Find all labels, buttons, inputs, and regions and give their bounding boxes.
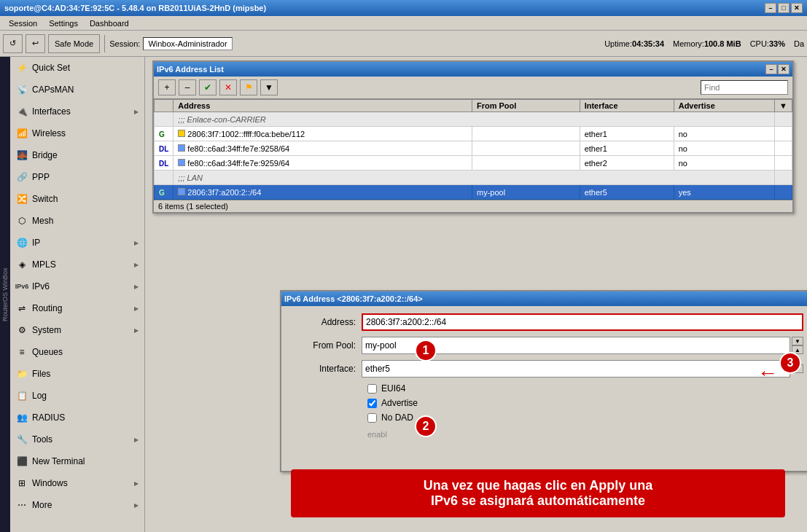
queues-icon: ≡ <box>16 346 28 358</box>
refresh-button[interactable]: ↺ <box>3 34 23 53</box>
address-input[interactable] <box>362 313 803 331</box>
flag-button[interactable]: ⚑ <box>240 79 257 95</box>
sidebar-item-mpls[interactable]: ◈ MPLS ▶ <box>10 254 144 275</box>
sidebar-item-system[interactable]: ⚙ System ▶ <box>10 319 144 341</box>
sidebar-item-label: Windows <box>32 478 68 488</box>
sidebar-item-label: Files <box>32 369 50 379</box>
menu-dashboard[interactable]: Dashboard <box>84 17 135 29</box>
sidebar-item-ppp[interactable]: 🔗 PPP <box>10 166 144 188</box>
title-bar: soporte@C4:AD:34:7E:92:5C - 5.48.4 on RB… <box>0 0 807 16</box>
sidebar-item-ip[interactable]: 🌐 IP ▶ <box>10 232 144 254</box>
sidebar-item-label: Routing <box>32 303 62 313</box>
menu-settings[interactable]: Settings <box>43 17 84 29</box>
terminal-icon: ⬛ <box>16 455 28 467</box>
sidebar-item-bridge[interactable]: 🌉 Bridge <box>10 144 144 166</box>
table-row[interactable]: G 2806:3f7:1002::ffff:f0ca:bebe/112 ethe… <box>155 127 792 141</box>
flag-dl: DL <box>159 160 168 168</box>
wireless-icon: 📶 <box>16 128 28 139</box>
eui64-checkbox[interactable] <box>367 384 377 394</box>
sidebar-item-mesh[interactable]: ⬡ Mesh <box>10 210 144 232</box>
sidebar-item-log[interactable]: 📋 Log <box>10 385 144 407</box>
maximize-button[interactable]: □ <box>778 3 790 13</box>
col-advertise[interactable]: Advertise <box>674 100 774 112</box>
from-pool-label: From Pool: <box>289 340 362 351</box>
sidebar-item-tools[interactable]: 🔧 Tools ▶ <box>10 429 144 450</box>
toolbar: ↺ ↩ Safe Mode Session: Winbox-Administra… <box>0 31 807 57</box>
menu-session[interactable]: Session <box>3 17 43 29</box>
col-interface[interactable]: Interface <box>580 100 674 112</box>
session-label: Session: <box>109 39 140 48</box>
table-row[interactable]: DL fe80::c6ad:34ff:fe7e:9259/64 ether2 n… <box>155 156 792 171</box>
apply-arrow: ← <box>757 361 778 385</box>
find-input[interactable] <box>701 80 788 95</box>
sidebar-item-windows[interactable]: ⊞ Windows ▶ <box>10 472 144 494</box>
col-address[interactable]: Address <box>174 100 472 112</box>
sidebar-item-radius[interactable]: 👥 RADIUS <box>10 407 144 429</box>
sidebar-item-queues[interactable]: ≡ Queues <box>10 341 144 363</box>
add-button[interactable]: + <box>158 79 176 95</box>
chevron-right-icon: ▶ <box>134 109 139 115</box>
enable-button[interactable]: ✔ <box>199 79 217 95</box>
chevron-right-icon: ▶ <box>134 437 139 443</box>
sidebar-item-label: Interfaces <box>32 106 71 117</box>
interface-wrapper: ▼ <box>362 360 803 378</box>
remove-button[interactable]: – <box>179 79 196 95</box>
table-row-selected[interactable]: G 2806:3f7:a200:2::/64 my-pool ether5 ye… <box>155 185 792 200</box>
dialog-form: Address: From Pool: ▼ ▲ <box>289 313 807 463</box>
sidebar-item-label: Quick Set <box>32 63 70 73</box>
ipv6-address-table: Address From Pool Interface Advertise ▼ … <box>154 99 792 200</box>
safe-mode-button[interactable]: Safe Mode <box>48 34 100 53</box>
sidebar-item-label: RADIUS <box>32 412 65 423</box>
col-flag[interactable] <box>155 100 174 112</box>
sidebar-item-routing[interactable]: ⇌ Routing ▶ <box>10 297 144 319</box>
ipv6-list-close[interactable]: ✕ <box>778 64 790 74</box>
filter-button[interactable]: ▼ <box>260 79 278 95</box>
section1-label: ;;; Enlace-con-CARRIER <box>174 112 775 127</box>
interface-label: Interface: <box>289 364 362 374</box>
sidebar-item-quick-set[interactable]: ⚡ Quick Set <box>10 57 144 79</box>
toolbar-separator <box>104 35 105 52</box>
ipv6-list-minimize[interactable]: – <box>765 64 777 74</box>
advertise-checkbox[interactable] <box>367 399 377 408</box>
annotation-3: 3 <box>779 352 801 374</box>
section2-label: ;;; LAN <box>174 171 775 185</box>
nodad-checkbox[interactable] <box>367 413 377 423</box>
back-button[interactable]: ↩ <box>26 34 45 53</box>
status-text: 6 items (1 selected) <box>158 202 228 211</box>
sidebar-item-label: Wireless <box>32 128 66 138</box>
sidebar-item-more[interactable]: ⋯ More ▶ <box>10 494 144 516</box>
sidebar-item-new-terminal[interactable]: ⬛ New Terminal <box>10 450 144 472</box>
sidebar-item-files[interactable]: 📁 Files <box>10 363 144 385</box>
sidebar-item-switch[interactable]: 🔀 Switch <box>10 188 144 210</box>
capsman-icon: 📡 <box>16 84 28 95</box>
table-row-section1: ;;; Enlace-con-CARRIER <box>155 112 792 127</box>
sidebar-item-ipv6[interactable]: IPv6 IPv6 ▶ <box>10 275 144 297</box>
ipv6-address-dialog: IPv6 Address <2806:3f7:a200:2::/64> – ✕ … <box>280 290 807 472</box>
status-bar: 6 items (1 selected) <box>154 200 792 212</box>
minimize-button[interactable]: – <box>765 3 776 13</box>
close-button[interactable]: ✕ <box>791 3 803 13</box>
flag-g: G <box>159 189 165 197</box>
sidebar-item-wireless[interactable]: 📶 Wireless <box>10 122 144 144</box>
ip-icon: 🌐 <box>16 237 28 249</box>
from-pool-dropdown[interactable]: ▼ <box>792 337 803 345</box>
sidebar-item-label: CAPsMAN <box>32 85 74 95</box>
chevron-right-icon: ▶ <box>134 240 139 246</box>
sidebar-item-label: Tools <box>32 434 52 445</box>
sidebar-item-label: Queues <box>32 347 63 357</box>
col-extra[interactable]: ▼ <box>775 100 792 112</box>
addr-icon <box>178 159 185 166</box>
sidebar-item-capsman[interactable]: 📡 CAPsMAN <box>10 79 144 101</box>
chevron-right-icon: ▶ <box>134 283 139 290</box>
disable-button[interactable]: ✕ <box>219 79 237 95</box>
table-row[interactable]: DL fe80::c6ad:34ff:fe7e:9258/64 ether1 n… <box>155 141 792 156</box>
advertise-row: Advertise <box>367 398 803 408</box>
ipv6-list-title: IPv6 Address List <box>157 65 765 74</box>
sidebar-item-label: IPv6 <box>32 281 50 292</box>
interface-input[interactable] <box>362 360 790 378</box>
col-from-pool[interactable]: From Pool <box>472 100 580 112</box>
files-icon: 📁 <box>16 368 28 380</box>
address-label: Address: <box>289 317 362 327</box>
sidebar-item-interfaces[interactable]: 🔌 Interfaces ▶ <box>10 101 144 122</box>
switch-icon: 🔀 <box>16 193 28 205</box>
